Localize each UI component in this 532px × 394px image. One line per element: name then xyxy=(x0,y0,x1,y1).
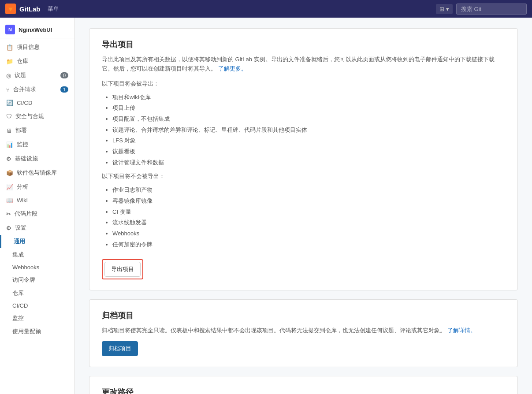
sidebar-item-settings[interactable]: ⚙ 设置 xyxy=(0,221,74,235)
list-item: 容器镜像库镜像 xyxy=(112,196,505,207)
merge-badge: 1 xyxy=(60,86,68,93)
list-item: Webhooks xyxy=(112,228,505,239)
menu-button[interactable]: 菜单 xyxy=(48,5,59,13)
archive-section: 归档项目 归档项目将使其完全只读。仪表板中和搜索结果中都不会出现该项目。代码将无… xyxy=(89,299,518,368)
infra-icon: ⚙ xyxy=(6,156,11,162)
sidebar-sub-repository[interactable]: 仓库 xyxy=(0,286,74,300)
change-path-section: 更改路径 一个项目的仓库名称定义了它的URL（用来通过浏览器访问项目）以及它在安… xyxy=(89,376,518,394)
list-item: LFS 对象 xyxy=(112,135,505,146)
list-item: 项目和wiki仓库 xyxy=(112,92,505,103)
export-title: 导出项目 xyxy=(102,39,505,50)
analytics-icon: 📈 xyxy=(6,184,13,190)
project-icon: N xyxy=(5,25,15,34)
sidebar-sub-access-tokens[interactable]: 访问令牌 xyxy=(0,273,74,286)
archive-learn-more-link[interactable]: 了解详情。 xyxy=(447,327,476,334)
snippets-icon: ✂ xyxy=(6,211,11,217)
page-layout: N NginxWebUI 📋 项目信息 📁 仓库 ◎ 议题 0 ⑂ 合并请求 1… xyxy=(0,18,532,394)
project-name: NginxWebUI xyxy=(19,26,52,33)
export-section: 导出项目 导出此项目及其所有相关数据，以便将其移动到新的 GitLab 实例。导… xyxy=(89,28,518,290)
sidebar-item-packages[interactable]: 📦 软件包与镜像库 xyxy=(0,166,74,180)
sidebar-item-monitor[interactable]: 📊 监控 xyxy=(0,138,74,152)
sidebar: N NginxWebUI 📋 项目信息 📁 仓库 ◎ 议题 0 ⑂ 合并请求 1… xyxy=(0,18,75,394)
main-content: 导出项目 导出此项目及其所有相关数据，以便将其移动到新的 GitLab 实例。导… xyxy=(75,18,532,394)
issues-badge: 0 xyxy=(60,72,68,78)
sidebar-item-wiki[interactable]: 📖 Wiki xyxy=(0,194,74,207)
gitlab-logo[interactable]: GitLab xyxy=(5,4,41,14)
sidebar-item-infrastructure[interactable]: ⚙ 基础设施 xyxy=(0,152,74,166)
export-desc: 导出此项目及其所有相关数据，以便将其移动到新的 GitLab 实例。导出的文件准… xyxy=(102,55,505,74)
sidebar-sub-cicd[interactable]: CI/CD xyxy=(0,300,74,312)
merge-icon: ⑂ xyxy=(6,86,10,93)
top-nav-actions: ⊞ ▾ xyxy=(436,4,527,15)
list-item: 作业日志和产物 xyxy=(112,185,505,196)
sidebar-item-cicd[interactable]: 🔄 CI/CD xyxy=(0,97,74,109)
sidebar-item-snippets[interactable]: ✂ 代码片段 xyxy=(0,207,74,221)
will-export-header: 以下项目将会被导出： xyxy=(102,80,505,88)
list-item: 项目配置，不包括集成 xyxy=(112,114,505,125)
sidebar-item-repo[interactable]: 📁 仓库 xyxy=(0,54,74,68)
sidebar-sub-integrations[interactable]: 集成 xyxy=(0,248,74,261)
sidebar-sub-webhooks[interactable]: Webhooks xyxy=(0,261,74,273)
export-btn-highlight: 导出项目 xyxy=(102,259,143,279)
list-item: 设计管理文件和数据 xyxy=(112,157,505,168)
will-not-export-header: 以下项目将不会被导出： xyxy=(102,172,505,180)
plus-icon: ⊞ xyxy=(439,6,444,12)
list-item: CI 变量 xyxy=(112,207,505,218)
sidebar-sub-monitor[interactable]: 监控 xyxy=(0,312,74,325)
sidebar-item-security[interactable]: 🛡 安全与合规 xyxy=(0,109,74,123)
deploy-icon: 🖥 xyxy=(6,127,12,134)
issues-icon: ◎ xyxy=(6,72,11,79)
list-item: 项目上传 xyxy=(112,103,505,114)
list-item: 任何加密的令牌 xyxy=(112,239,505,250)
sidebar-item-deploy[interactable]: 🖥 部署 xyxy=(0,123,74,138)
new-item-button[interactable]: ⊞ ▾ xyxy=(436,4,453,14)
chevron-icon: ▾ xyxy=(446,6,449,12)
gitlab-text: GitLab xyxy=(19,5,41,13)
shield-icon: 🛡 xyxy=(6,113,12,120)
sidebar-sub-usage-quota[interactable]: 使用量配额 xyxy=(0,325,74,338)
sidebar-item-issues[interactable]: ◎ 议题 0 xyxy=(0,68,74,82)
settings-icon: ⚙ xyxy=(6,225,11,231)
project-header: N NginxWebUI xyxy=(0,21,74,38)
gitlab-icon xyxy=(5,4,16,14)
list-item: 流水线触发器 xyxy=(112,217,505,228)
archive-title: 归档项目 xyxy=(102,310,505,321)
wiki-icon: 📖 xyxy=(6,197,13,204)
list-item: 议题评论、合并请求的差异和评论、标记、里程碑、代码片段和其他项目实体 xyxy=(112,125,505,136)
sidebar-sub-general[interactable]: 通用 xyxy=(0,235,74,248)
export-learn-more-link[interactable]: 了解更多。 xyxy=(218,65,247,72)
repo-icon: 📁 xyxy=(6,58,13,65)
path-title: 更改路径 xyxy=(102,387,505,394)
monitor-icon: 📊 xyxy=(6,141,13,148)
archive-project-button[interactable]: 归档项目 xyxy=(102,341,138,356)
list-item: 议题看板 xyxy=(112,146,505,157)
cicd-icon: 🔄 xyxy=(6,100,13,106)
file-icon: 📋 xyxy=(6,44,13,51)
archive-desc: 归档项目将使其完全只读。仪表板中和搜索结果中都不会出现该项目。代码将无法提交到仓… xyxy=(102,326,505,335)
sidebar-item-merge-requests[interactable]: ⑂ 合并请求 1 xyxy=(0,82,74,97)
will-export-list: 项目和wiki仓库 项目上传 项目配置，不包括集成 议题评论、合并请求的差异和评… xyxy=(112,92,505,168)
packages-icon: 📦 xyxy=(6,170,13,176)
will-not-export-list: 作业日志和产物 容器镜像库镜像 CI 变量 流水线触发器 Webhooks 任何… xyxy=(112,185,505,250)
export-project-button[interactable]: 导出项目 xyxy=(104,262,141,277)
sidebar-item-project-info[interactable]: 📋 项目信息 xyxy=(0,40,74,54)
search-input[interactable] xyxy=(456,4,527,15)
top-navigation: GitLab 菜单 ⊞ ▾ xyxy=(0,0,532,18)
sidebar-item-analytics[interactable]: 📈 分析 xyxy=(0,180,74,194)
